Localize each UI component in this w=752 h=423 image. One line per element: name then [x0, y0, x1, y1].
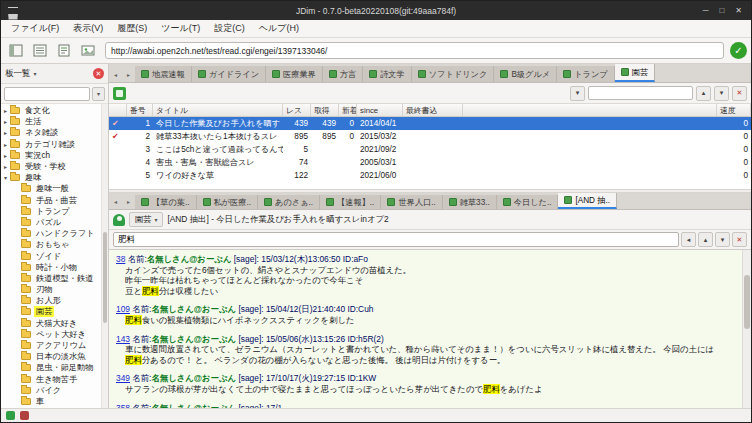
- since-column-header[interactable]: since: [357, 104, 403, 116]
- board-search-input[interactable]: [4, 87, 90, 101]
- expander-icon[interactable]: ▸: [1, 118, 10, 125]
- thread-row[interactable]: ✔2雑草33本抜いたら1本抜けるスレ89589502015/03/20: [109, 130, 751, 143]
- number-column-header[interactable]: 番号: [127, 104, 153, 116]
- thread-view-button[interactable]: [53, 41, 75, 60]
- sidebar-scrollbar[interactable]: [101, 104, 108, 408]
- expander-icon[interactable]: ▾: [1, 174, 10, 181]
- board-tree-item[interactable]: お人形: [1, 295, 101, 306]
- board-search-dropdown-button[interactable]: ▾: [92, 87, 105, 101]
- thread-tab[interactable]: 【草の葉..: [135, 195, 197, 209]
- menu-item[interactable]: ヘルプ(H): [252, 20, 306, 37]
- thread-tab[interactable]: 雑草33..: [443, 195, 497, 209]
- expander-icon[interactable]: ▸: [1, 141, 10, 148]
- board-tree-item[interactable]: 手品・曲芸: [1, 195, 101, 206]
- url-input[interactable]: [105, 42, 724, 59]
- post-number-link[interactable]: 38: [116, 254, 125, 264]
- expander-icon[interactable]: ▸: [1, 129, 10, 136]
- board-tree-item[interactable]: ▸カテゴリ雑談: [1, 139, 101, 150]
- res-column-header[interactable]: レス: [283, 104, 311, 116]
- expander-icon[interactable]: ▸: [1, 107, 10, 114]
- speed-column-header[interactable]: 速度: [717, 104, 751, 116]
- sidebar-mode-dropdown-icon[interactable]: ▾: [34, 70, 37, 77]
- posts-scrollbar-thumb[interactable]: [744, 275, 750, 329]
- board-select-button[interactable]: 園芸 ▾: [129, 212, 163, 227]
- thread-tabs-scroll-left-button[interactable]: ◂: [109, 194, 122, 208]
- list-search-down-button[interactable]: ▾: [714, 86, 729, 101]
- post-id[interactable]: ID:1KW: [347, 373, 376, 383]
- thread-tab[interactable]: 今日した..: [497, 195, 559, 209]
- menu-item[interactable]: 設定(C): [207, 20, 252, 37]
- board-tree-item[interactable]: 生き物苦手: [1, 374, 101, 385]
- last-write-column-header[interactable]: 最終書込: [403, 104, 463, 116]
- menu-item[interactable]: ファイル(F): [4, 20, 66, 37]
- board-tab[interactable]: B級グルメ: [494, 66, 557, 82]
- post-id[interactable]: ID:h5R(2): [347, 334, 383, 344]
- thread-row[interactable]: 5ワイの好きな草1222021/06/00: [109, 169, 751, 182]
- menu-item[interactable]: ツール(T): [154, 20, 207, 37]
- post-id[interactable]: ID:aFo: [343, 254, 368, 264]
- board-tab[interactable]: 医療業界: [266, 66, 323, 82]
- board-tree-item[interactable]: おもちゃ: [1, 239, 101, 250]
- filter-dropdown-button[interactable]: ▾: [570, 86, 585, 101]
- board-view-button[interactable]: [29, 41, 51, 60]
- board-tree-item[interactable]: ▸生活: [1, 116, 101, 127]
- board-tree-item[interactable]: 車: [1, 396, 101, 407]
- search-close-button[interactable]: ✕: [732, 232, 747, 247]
- thread-row[interactable]: 3ここは5chと違って過疎ってるんで52021/09/20: [109, 143, 751, 156]
- mark-column-header[interactable]: [109, 104, 127, 116]
- title-column-header[interactable]: タイトル: [153, 104, 283, 116]
- board-tree-item[interactable]: ゾイド: [1, 250, 101, 261]
- thread-row[interactable]: 4害虫・害鳥・害獣総合スレ742005/03/10: [109, 156, 751, 169]
- list-search-close-button[interactable]: ✕: [732, 86, 747, 101]
- minimize-button[interactable]: ─: [703, 1, 709, 20]
- board-tree-item[interactable]: 趣味一般: [1, 183, 101, 194]
- list-search-up-button[interactable]: ▴: [696, 86, 711, 101]
- post-number-link[interactable]: 358: [116, 403, 130, 408]
- board-tree-item[interactable]: ▸ネタ雑談: [1, 127, 101, 138]
- board-tree-item[interactable]: 刃物: [1, 284, 101, 295]
- thread-search-input[interactable]: [113, 232, 679, 247]
- expander-icon[interactable]: ▸: [1, 163, 10, 170]
- thread-tab[interactable]: 私が医療..: [197, 195, 259, 209]
- list-search-input[interactable]: [588, 86, 693, 100]
- board-tree-item[interactable]: 時計・小物: [1, 262, 101, 273]
- toggle-sidebar-button[interactable]: [5, 41, 27, 60]
- maximize-button[interactable]: □: [719, 1, 724, 20]
- board-tree-item[interactable]: バイク: [1, 385, 101, 396]
- thread-tabs-scroll-right-button[interactable]: ▸: [122, 194, 135, 208]
- board-tree-item[interactable]: ペット大好き: [1, 329, 101, 340]
- board-tab[interactable]: 園芸: [615, 64, 655, 82]
- close-button[interactable]: ✕: [735, 1, 742, 20]
- thread-tab[interactable]: あのさぁ..: [258, 195, 320, 209]
- filler-column-header[interactable]: [463, 104, 717, 116]
- search-prev-button[interactable]: ▴: [698, 232, 713, 247]
- menu-item[interactable]: 表示(V): [66, 20, 110, 37]
- board-tree-item[interactable]: ハンドクラフト: [1, 228, 101, 239]
- menu-item[interactable]: 履歴(S): [110, 20, 154, 37]
- board-tree-item[interactable]: ▸実況ch: [1, 150, 101, 161]
- post-number-link[interactable]: 143: [116, 334, 130, 344]
- post-id[interactable]: ID:Cuh: [347, 304, 373, 314]
- board-tab[interactable]: ガイドライン: [192, 66, 266, 82]
- board-tabs-scroll-left-button[interactable]: ◂: [109, 67, 122, 81]
- board-tab[interactable]: 地震速報: [135, 66, 192, 82]
- board-tab[interactable]: 詩文学: [363, 66, 412, 82]
- got-column-header[interactable]: 取得: [311, 104, 339, 116]
- thread-tab[interactable]: 【速報】..: [320, 195, 381, 209]
- post-number-link[interactable]: 109: [116, 304, 130, 314]
- open-url-button[interactable]: ✓: [730, 42, 747, 59]
- board-tree-item[interactable]: ▸食文化: [1, 105, 101, 116]
- thread-tab[interactable]: 世界人口..: [381, 195, 442, 209]
- board-tree-item[interactable]: 犬猫大好き: [1, 318, 101, 329]
- thread-tab[interactable]: [AND 抽..: [558, 193, 617, 209]
- board-tree-item[interactable]: アクアリウム: [1, 340, 101, 351]
- board-tree-item[interactable]: ▾趣味: [1, 172, 101, 183]
- board-tab[interactable]: 方言: [323, 66, 363, 82]
- sidebar-scrollbar-thumb[interactable]: [103, 232, 107, 323]
- board-tree-item[interactable]: 昆虫・節足動物: [1, 362, 101, 373]
- board-tabs-scroll-right-button[interactable]: ▸: [122, 67, 135, 81]
- sidebar-close-button[interactable]: ✕: [93, 68, 104, 79]
- post-number-link[interactable]: 349: [116, 373, 130, 383]
- board-tree-item[interactable]: パズル: [1, 217, 101, 228]
- board-tab[interactable]: トランプ: [557, 66, 615, 82]
